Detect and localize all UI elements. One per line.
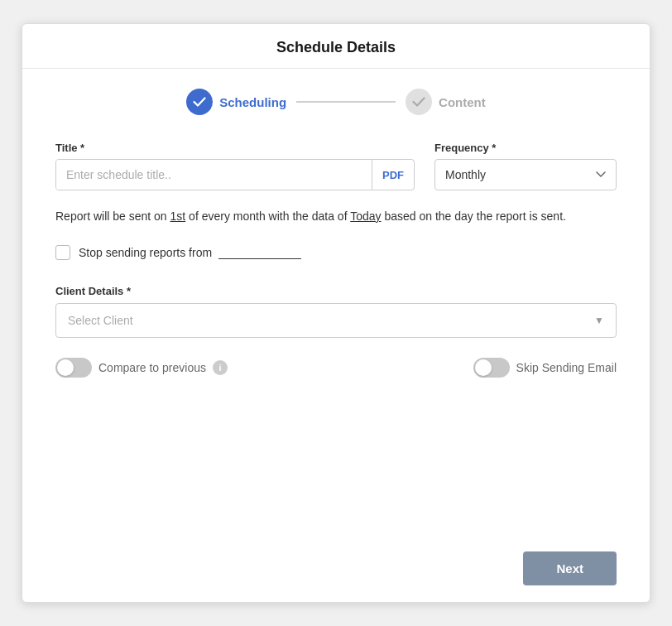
title-input[interactable] — [56, 160, 372, 190]
skip-toggle[interactable] — [473, 358, 510, 378]
step1-circle — [186, 89, 213, 115]
stop-sending-checkbox[interactable] — [55, 245, 70, 260]
info-date: 1st — [170, 209, 186, 223]
compare-toggle-group: Compare to previous i — [55, 358, 228, 378]
info-today: Today — [350, 209, 381, 223]
next-button[interactable]: Next — [523, 551, 617, 585]
title-group: Title * PDF — [55, 142, 415, 190]
schedule-details-modal: Schedule Details Scheduling Content Tit — [22, 23, 650, 603]
toggles-row: Compare to previous i Skip Sending Email — [55, 358, 617, 378]
modal-title: Schedule Details — [276, 39, 396, 55]
client-label: Client Details * — [55, 285, 131, 297]
modal-body: Scheduling Content Title * PDF Frequency… — [22, 69, 650, 542]
modal-footer: Next — [22, 542, 650, 602]
step2-label: Content — [439, 95, 486, 109]
frequency-select[interactable]: Monthly Daily Weekly Yearly — [434, 159, 617, 190]
info-part1: Report will be sent on — [55, 209, 170, 223]
stop-sending-row: Stop sending reports from — [55, 245, 617, 260]
step-scheduling: Scheduling — [186, 89, 286, 115]
skip-label: Skip Sending Email — [516, 361, 617, 374]
info-part3: based on the day the report is sent. — [382, 209, 566, 223]
step-content: Content — [406, 89, 486, 115]
stepper: Scheduling Content — [55, 89, 617, 115]
title-input-wrapper: PDF — [55, 159, 415, 190]
client-select[interactable]: Select Client — [56, 304, 616, 337]
compare-info-icon[interactable]: i — [213, 360, 228, 375]
step2-circle — [406, 89, 432, 115]
info-part2: of every month with the data of — [185, 209, 350, 223]
frequency-group: Frequency * Monthly Daily Weekly Yearly — [434, 142, 617, 190]
title-label: Title * — [55, 142, 415, 154]
info-text: Report will be sent on 1st of every mont… — [55, 207, 617, 225]
step1-label: Scheduling — [219, 95, 286, 109]
title-frequency-row: Title * PDF Frequency * Monthly Daily We… — [55, 142, 617, 190]
stop-sending-label: Stop sending reports from — [79, 246, 301, 259]
step-connector — [296, 101, 396, 103]
frequency-label: Frequency * — [434, 142, 617, 154]
modal-header: Schedule Details — [22, 24, 650, 69]
client-group: Client Details * Select Client ▼ — [55, 283, 617, 338]
compare-toggle[interactable] — [55, 358, 92, 378]
pdf-badge[interactable]: PDF — [372, 160, 414, 190]
skip-toggle-group: Skip Sending Email — [473, 358, 617, 378]
compare-label: Compare to previous — [98, 361, 206, 374]
client-select-wrapper: Select Client ▼ — [55, 303, 617, 338]
stop-date-input — [218, 258, 301, 259]
